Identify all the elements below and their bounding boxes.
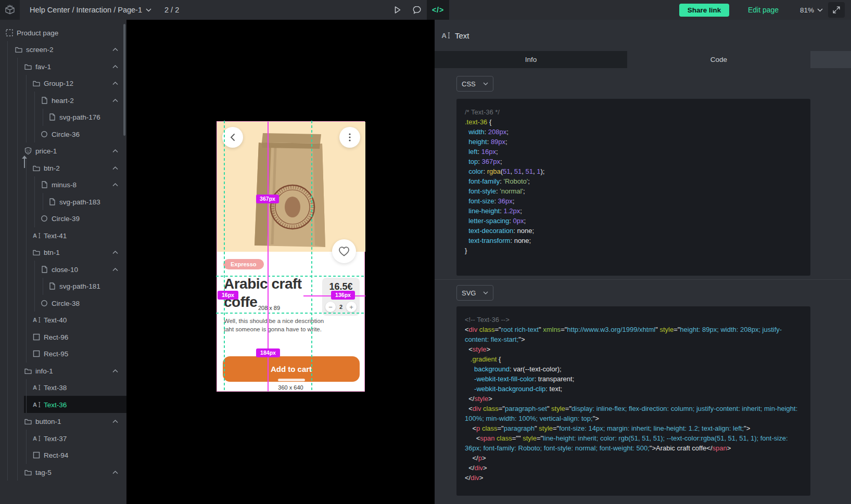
decrease-button[interactable]: −	[325, 302, 336, 312]
increase-button[interactable]: +	[346, 302, 357, 312]
description-line: Well, this should be a nice description	[224, 317, 328, 325]
breadcrumb[interactable]: Help Center / Interaction / Page-1	[30, 0, 151, 20]
layer-label: svg-path-183	[59, 198, 100, 205]
layer-row-btn-1[interactable]: btn-1	[0, 244, 126, 261]
layer-label: Circle-36	[52, 130, 80, 138]
inspector-panel: A Text Info Code CSS /* Text-36 */.text-…	[435, 20, 851, 504]
layer-row-text-36[interactable]: AText-36	[0, 396, 126, 413]
layer-row-circle-39[interactable]: Circle-39	[0, 210, 126, 227]
more-menu-button[interactable]	[339, 127, 360, 148]
comment-button[interactable]	[407, 0, 427, 20]
chevron-up-icon[interactable]	[112, 420, 118, 423]
interaction-flow-arrow-icon	[22, 156, 27, 168]
app-logo[interactable]	[0, 0, 20, 20]
rect-icon	[32, 333, 41, 341]
svg-file-icon	[40, 265, 48, 274]
tree-guide-line	[26, 278, 27, 295]
code-mode-button[interactable]: </>	[427, 0, 449, 20]
chevron-up-icon[interactable]	[112, 267, 118, 271]
chevron-up-icon[interactable]	[112, 64, 118, 68]
chevron-up-icon[interactable]	[112, 251, 118, 254]
layer-row-svg-path-181[interactable]: svg-path-181	[0, 278, 126, 295]
layer-row-svg-path-176[interactable]: svg-path-176	[0, 109, 126, 126]
design-canvas[interactable]: Expresso Arabic craft coffe 208 x 89 16.…	[126, 20, 435, 504]
layer-row-info-1[interactable]: info-1	[0, 362, 126, 379]
tree-guide-line	[17, 261, 18, 278]
product-screen-frame[interactable]: Expresso Arabic craft coffe 208 x 89 16.…	[217, 121, 365, 392]
layer-row-text-38[interactable]: AText-38	[0, 379, 126, 396]
tree-guide-line	[26, 396, 27, 413]
tree-guide-line	[26, 328, 27, 345]
layer-row-text-40[interactable]: AText-40	[0, 312, 126, 329]
tree-guide-line	[43, 278, 43, 295]
css-format-dropdown[interactable]: CSS	[456, 76, 493, 92]
layer-row-btn-2[interactable]: btn-2	[0, 159, 126, 176]
text-box-size-label: 208 x 89	[238, 305, 300, 311]
element-type-label: Text	[455, 31, 469, 40]
chevron-up-icon[interactable]	[112, 183, 118, 187]
back-button[interactable]	[222, 127, 243, 148]
layer-row-rect-96[interactable]: Rect-96	[0, 328, 126, 345]
fullscreen-button[interactable]	[828, 2, 845, 18]
layer-row-rect-94[interactable]: Rect-94	[0, 447, 126, 464]
layer-row-group-12[interactable]: Group-12	[0, 75, 126, 92]
layer-row-close-10[interactable]: close-10	[0, 261, 126, 278]
chevron-up-icon[interactable]	[112, 82, 118, 85]
add-to-cart-button[interactable]: Add to cart	[223, 356, 360, 382]
layer-label: minus-8	[52, 181, 77, 189]
zoom-level-dropdown[interactable]: 81%	[800, 0, 823, 20]
svg-file-icon	[40, 96, 48, 105]
product-tag[interactable]: Expresso	[223, 259, 264, 269]
edit-page-link[interactable]: Edit page	[748, 0, 779, 20]
product-description: Well, this should be a nice description …	[224, 317, 328, 333]
svg-code-block[interactable]: <!-- Text-36 --><div class="root rich-te…	[456, 306, 810, 496]
layer-label: Rect-94	[44, 451, 68, 459]
tree-guide-line	[7, 447, 8, 464]
code-line: -webkit-background-clip: text;	[465, 384, 802, 394]
favorite-button[interactable]	[332, 239, 356, 263]
css-code-block[interactable]: /* Text-36 */.text-36 { width: 208px; he…	[456, 99, 810, 276]
layer-row-svg-path-183[interactable]: svg-path-183	[0, 193, 126, 210]
layer-row-minus-8[interactable]: minus-8	[0, 176, 126, 193]
layer-label: fav-1	[35, 62, 51, 70]
layer-row-heart-2[interactable]: heart-2	[0, 92, 126, 109]
fullscreen-icon	[832, 5, 841, 15]
tree-guide-line	[7, 75, 8, 92]
layer-row-circle-38[interactable]: Circle-38	[0, 294, 126, 312]
tab-info[interactable]: Info	[435, 51, 627, 68]
layer-row-circle-36[interactable]: Circle-36	[0, 125, 126, 143]
layer-label: heart-2	[52, 96, 74, 104]
play-icon	[392, 5, 402, 15]
tree-guide-line	[34, 125, 35, 143]
share-link-button[interactable]: Share link	[679, 4, 729, 17]
tree-guide-line	[7, 159, 8, 176]
layer-row-button-1[interactable]: button-1	[0, 413, 126, 430]
code-line: </p>	[465, 453, 802, 463]
layer-row-price-1[interactable]: price-1	[0, 143, 126, 160]
tree-guide-line	[26, 125, 27, 143]
code-line: <style>	[465, 344, 802, 354]
layers-sidebar: Product pagescreen-2fav-1Group-12heart-2…	[0, 20, 126, 504]
folder-icon	[24, 62, 32, 71]
chevron-up-icon[interactable]	[112, 166, 118, 170]
layer-row-tag-5[interactable]: tag-5	[0, 463, 126, 481]
panel-divider	[435, 279, 851, 280]
tab-code[interactable]: Code	[627, 51, 810, 68]
chevron-up-icon[interactable]	[112, 48, 118, 51]
chevron-up-icon[interactable]	[112, 369, 118, 372]
layer-row-product page[interactable]: Product page	[0, 24, 126, 41]
chevron-up-icon[interactable]	[112, 149, 118, 153]
breadcrumb-text: Help Center / Interaction / Page-1	[30, 6, 142, 14]
layer-label: Rect-96	[44, 333, 68, 341]
layer-row-screen-2[interactable]: screen-2	[0, 41, 126, 58]
chevron-up-icon[interactable]	[112, 98, 118, 102]
circle-icon	[40, 214, 48, 223]
chevron-up-icon[interactable]	[112, 470, 118, 474]
svg-format-dropdown[interactable]: SVG	[456, 285, 493, 301]
layer-row-text-41[interactable]: AText-41	[0, 227, 126, 244]
play-button[interactable]	[387, 0, 407, 20]
layer-row-text-37[interactable]: AText-37	[0, 430, 126, 447]
sidebar-scrollbar[interactable]	[123, 24, 125, 136]
layer-row-rect-95[interactable]: Rect-95	[0, 345, 126, 363]
layer-row-fav-1[interactable]: fav-1	[0, 58, 126, 75]
